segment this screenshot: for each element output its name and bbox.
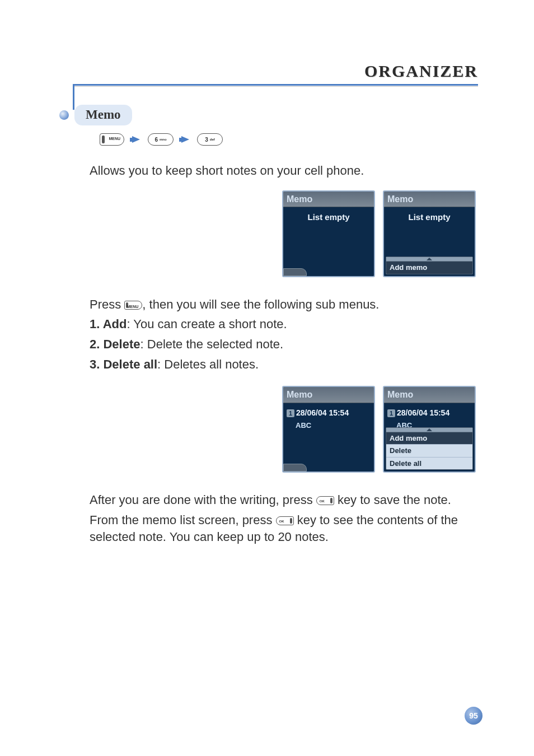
after-paragraph-2: From the memo list screen, press OK key … [90,512,478,545]
screenshot-row-2: Memo 128/06/04 15:54 ABC Memo 128/06/04 … [90,386,478,473]
memo-entry: 128/06/04 15:54 [386,407,472,419]
body-content: Allows you to keep short notes on your c… [90,162,478,545]
phone-screenshot: Memo 128/06/04 15:54 ABC Add memo Delete… [383,386,476,473]
ok-softkey-icon: OK [316,496,334,505]
context-popup: Add memo [386,256,473,274]
ok-softkey-icon: OK [276,516,294,525]
screenshot-row-1: Memo List empty Memo List empty Add memo [90,190,478,277]
popup-item: Delete all [386,457,472,470]
memo-entry-sub: ABC [296,421,372,431]
menu-softkey-icon: MENU [100,133,124,146]
key-sequence: MENU 6mno 3def [100,133,478,146]
arrow-right-icon [132,136,140,143]
submenu-lead: Press MENU, then you will see the follow… [90,296,478,313]
arrow-right-icon [181,136,189,143]
manual-page: ORGANIZER Memo MENU 6mno 3def Allows you… [0,0,534,756]
screenshot-title: Memo [384,387,475,403]
after-paragraph-1: After you are done with the writing, pre… [90,492,478,508]
intro-text: Allows you to keep short notes on your c… [90,162,478,179]
section-title: Memo [74,105,132,125]
phone-screenshot: Memo List empty [282,190,375,277]
section-heading: Memo [59,105,478,125]
list-empty-text: List empty [285,212,372,223]
submenu-item: 3. Delete all: Deletes all notes. [90,356,478,373]
submenu-item: 1. Add: You can create a short note. [90,316,478,333]
section-bullet-icon [59,110,69,120]
screenshot-title: Memo [283,192,374,208]
page-number: 95 [465,707,483,725]
popup-item: Delete [386,444,472,457]
popup-item: Add memo [386,432,472,445]
list-empty-text: List empty [386,212,472,223]
menu-softkey-icon: MENU [124,301,142,310]
keypad-6-icon: 6mno [148,133,174,146]
submenu-item: 2. Delete: Delete the selected note. [90,336,478,353]
screenshot-title: Memo [283,387,374,403]
chapter-title: ORGANIZER [56,62,478,81]
softkey-indicator-icon [283,464,307,472]
phone-screenshot: Memo List empty Add memo [383,190,476,277]
memo-entry: 128/06/04 15:54 [285,407,372,419]
softkey-indicator-icon [283,268,307,276]
context-popup: Add memo Delete Delete all [386,427,473,470]
popup-item: Add memo [386,262,472,274]
phone-screenshot: Memo 128/06/04 15:54 ABC [282,386,375,473]
keypad-3-icon: 3def [197,133,223,146]
header-rule [73,84,478,87]
screenshot-title: Memo [384,192,475,208]
